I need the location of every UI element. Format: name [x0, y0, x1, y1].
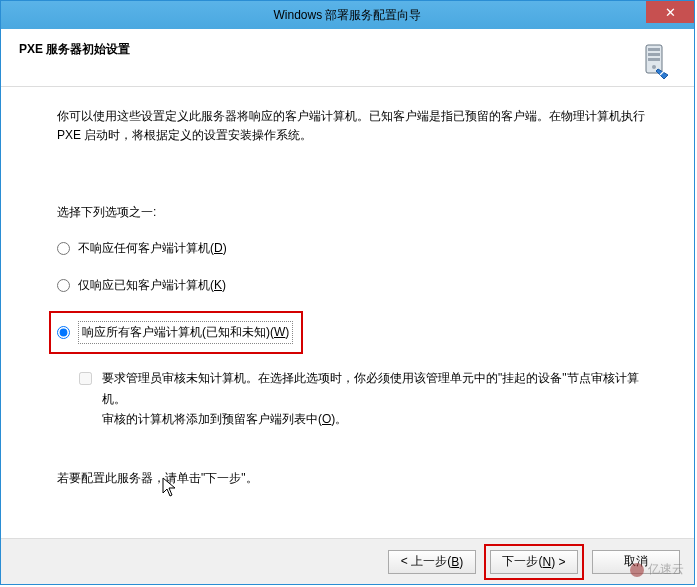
wizard-header: PXE 服务器初始设置	[1, 29, 694, 87]
radio-group: 不响应任何客户端计算机(D) 仅响应已知客户端计算机(K) 响应所有客户端计算机…	[57, 237, 654, 430]
radio-known-only-label: 仅响应已知客户端计算机(K)	[78, 276, 226, 295]
server-icon	[636, 41, 676, 81]
titlebar: Windows 部署服务配置向导 ✕	[1, 1, 694, 29]
checkbox-require-approval[interactable]: 要求管理员审核未知计算机。在选择此选项时，你必须使用该管理单元中的"挂起的设备"…	[79, 368, 654, 429]
radio-all-input[interactable]	[57, 326, 70, 339]
window-title: Windows 部署服务配置向导	[273, 7, 421, 24]
checkbox-require-approval-input[interactable]	[79, 372, 92, 385]
radio-known-only-input[interactable]	[57, 279, 70, 292]
radio-option-all-highlight: 响应所有客户端计算机(已知和未知)(W)	[49, 311, 303, 354]
radio-option-all[interactable]: 响应所有客户端计算机(已知和未知)(W)	[57, 319, 293, 346]
checkbox-require-approval-label: 要求管理员审核未知计算机。在选择此选项时，你必须使用该管理单元中的"挂起的设备"…	[102, 368, 654, 429]
next-button[interactable]: 下一步(N) >	[490, 550, 578, 574]
radio-no-response-label: 不响应任何客户端计算机(D)	[78, 239, 227, 258]
close-button[interactable]: ✕	[646, 1, 694, 23]
radio-no-response-input[interactable]	[57, 242, 70, 255]
button-bar: < 上一步(B) 下一步(N) > 取消	[1, 538, 694, 584]
svg-rect-1	[648, 48, 660, 51]
window-controls: ✕	[646, 1, 694, 23]
prompt-label: 选择下列选项之一:	[57, 203, 654, 222]
svg-point-4	[652, 65, 656, 69]
cancel-button[interactable]: 取消	[592, 550, 680, 574]
next-button-highlight: 下一步(N) >	[484, 544, 584, 580]
close-icon: ✕	[665, 5, 676, 20]
intro-text: 你可以使用这些设置定义此服务器将响应的客户端计算机。已知客户端是指已预留的客户端…	[57, 107, 654, 145]
svg-rect-2	[648, 53, 660, 56]
hint-text: 若要配置此服务器，请单击"下一步"。	[57, 469, 654, 488]
wizard-window: Windows 部署服务配置向导 ✕ PXE 服务器初始设置 你可以使用这些设置…	[0, 0, 695, 585]
radio-all-label: 响应所有客户端计算机(已知和未知)(W)	[78, 321, 293, 344]
back-button[interactable]: < 上一步(B)	[388, 550, 476, 574]
radio-option-no-response[interactable]: 不响应任何客户端计算机(D)	[57, 237, 654, 260]
content-area: 你可以使用这些设置定义此服务器将响应的客户端计算机。已知客户端是指已预留的客户端…	[1, 87, 694, 488]
page-title: PXE 服务器初始设置	[19, 41, 130, 58]
radio-option-known-only[interactable]: 仅响应已知客户端计算机(K)	[57, 274, 654, 297]
svg-rect-3	[648, 58, 660, 61]
